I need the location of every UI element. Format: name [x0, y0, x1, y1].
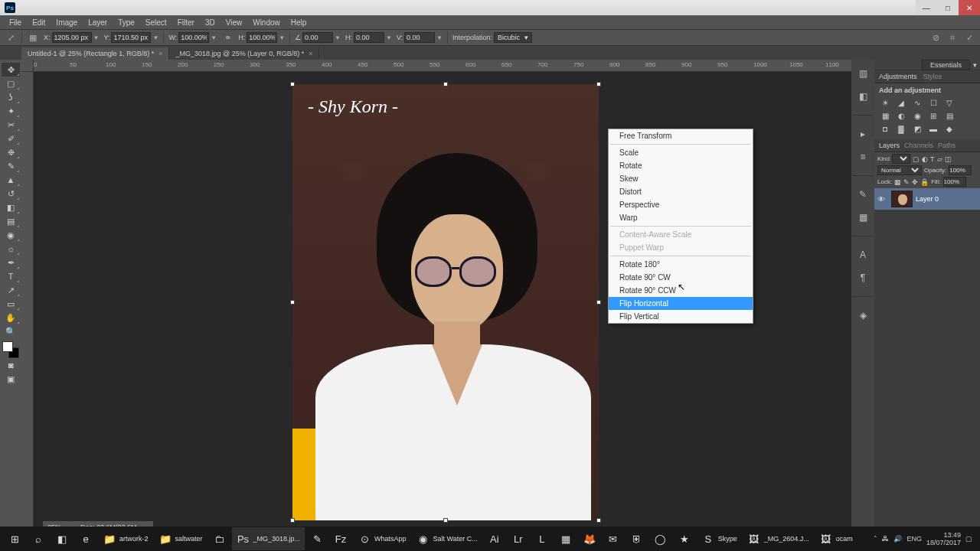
marquee-tool[interactable]: ▢ [2, 77, 20, 90]
taskbar-item[interactable]: ◉Salt Water C... [412, 527, 482, 550]
layer-row[interactable]: 👁 Layer 0 [874, 188, 980, 210]
fill-input[interactable] [943, 177, 966, 187]
w-input[interactable] [178, 32, 209, 43]
tray-clock[interactable]: 13:49 18/07/2017 [926, 531, 961, 546]
history-panel-icon[interactable]: ▥ [855, 66, 871, 81]
curves-icon[interactable]: ∿ [911, 97, 923, 108]
brush-tool[interactable]: ✎ [2, 159, 20, 173]
gradient-tool[interactable]: ▤ [2, 214, 20, 228]
tray-lang[interactable]: ENG [906, 535, 922, 543]
actions-panel-icon[interactable]: ▸ [855, 126, 871, 142]
layer-name[interactable]: Layer 0 [916, 195, 939, 203]
gradient-map-icon[interactable]: ▬ [927, 123, 939, 134]
taskbar-item[interactable]: ⛨ [626, 527, 648, 550]
skew-v-input[interactable] [404, 32, 435, 43]
commit-transform-icon[interactable]: ✓ [963, 31, 975, 44]
ctx-scale[interactable]: Scale [609, 146, 753, 159]
h-input[interactable] [247, 32, 277, 43]
taskbar-item[interactable]: Lr [507, 527, 530, 550]
taskbar-item[interactable]: ✉ [602, 527, 625, 550]
3d-panel-icon[interactable]: ◈ [855, 308, 871, 323]
transform-handle[interactable] [290, 300, 295, 305]
threshold-icon[interactable]: ◩ [911, 123, 923, 134]
color-swatches[interactable] [2, 341, 19, 358]
taskbar-item[interactable]: ⌕ [27, 527, 50, 550]
transform-handle[interactable] [596, 82, 601, 86]
transform-handle[interactable] [290, 82, 295, 86]
layer-list[interactable]: 👁 Layer 0 [874, 188, 980, 536]
filter-pixel-icon[interactable]: ▢ [913, 155, 920, 163]
posterize-icon[interactable]: ▓ [895, 123, 907, 134]
taskbar-item[interactable]: 🖼ocam [815, 527, 858, 550]
paths-tab[interactable]: Paths [938, 142, 956, 149]
tray-network-icon[interactable]: 🖧 [882, 535, 889, 543]
taskbar-item[interactable]: ★ [673, 527, 696, 550]
warp-mode-icon[interactable]: ⌗ [946, 31, 959, 44]
transform-handle[interactable] [443, 518, 448, 523]
blend-mode-select[interactable]: Normal [877, 165, 922, 175]
transform-handle[interactable] [596, 518, 601, 523]
swatches-panel-icon[interactable]: ▦ [855, 210, 871, 225]
hue-icon[interactable]: ▦ [879, 110, 891, 121]
opacity-input[interactable] [949, 165, 972, 175]
y-input[interactable] [111, 32, 151, 43]
color-panel-icon[interactable]: ◧ [855, 89, 871, 104]
blur-tool[interactable]: ◉ [2, 228, 20, 242]
workspace-menu-icon[interactable]: ▾ [973, 61, 977, 69]
system-tray[interactable]: ˄ 🖧 🔊 ENG 13:49 18/07/2017 ▢ [869, 531, 977, 546]
properties-panel-icon[interactable]: ≡ [855, 149, 871, 165]
taskbar-item[interactable]: 🗀 [208, 527, 231, 550]
cancel-transform-icon[interactable]: ⊘ [929, 31, 942, 44]
transform-handle[interactable] [290, 518, 295, 523]
window-minimize-button[interactable]: — [916, 0, 937, 15]
ctx-flip-horizontal[interactable]: Flip Horizontal [609, 297, 753, 310]
photo-filter-icon[interactable]: ◉ [911, 110, 923, 121]
taskbar-item[interactable]: L [531, 527, 554, 550]
menu-select[interactable]: Select [141, 17, 172, 28]
workspace-dropdown[interactable]: Essentials [922, 60, 970, 70]
taskbar-item[interactable]: Ai [483, 527, 506, 550]
filter-adj-icon[interactable]: ◐ [922, 155, 928, 163]
ctx-free-transform[interactable]: Free Transform [609, 129, 753, 142]
ctx-rotate-180[interactable]: Rotate 180° [609, 258, 753, 271]
menu-layer[interactable]: Layer [83, 17, 112, 28]
taskbar-item[interactable]: SSkype [697, 527, 742, 550]
type-tool[interactable]: T [2, 269, 20, 283]
close-tab-icon[interactable]: × [309, 50, 312, 57]
layers-tab[interactable]: Layers [879, 142, 900, 149]
tray-up-icon[interactable]: ˄ [874, 535, 877, 543]
menu-file[interactable]: File [5, 17, 26, 28]
taskbar-item[interactable]: ⊞ [3, 527, 26, 550]
close-tab-icon[interactable]: × [158, 50, 162, 57]
pen-tool[interactable]: ✒ [2, 256, 20, 269]
taskbar-item[interactable]: 📁artwork-2 [98, 527, 153, 550]
angle-input[interactable] [302, 32, 333, 43]
eraser-tool[interactable]: ◧ [2, 201, 20, 214]
healing-tool[interactable]: ❉ [2, 145, 20, 159]
screenmode-tool[interactable]: ▣ [2, 372, 20, 386]
taskbar-item[interactable]: ◯ [649, 527, 672, 550]
taskbar-item[interactable]: 🖼_MG_2604.J... [743, 527, 814, 550]
dodge-tool[interactable]: ☼ [2, 242, 20, 256]
canvas-area[interactable]: 0501001502002503003504004505005506006507… [21, 60, 851, 549]
filter-type-icon[interactable]: T [930, 155, 935, 163]
taskbar-item[interactable]: Fz [329, 527, 352, 550]
menu-help[interactable]: Help [286, 17, 312, 28]
menu-type[interactable]: Type [113, 17, 139, 28]
transform-handle[interactable] [596, 300, 601, 305]
filter-smart-icon[interactable]: ◫ [945, 155, 952, 163]
ruler-horizontal[interactable]: 0501001502002503003504004505005506006507… [34, 60, 851, 72]
taskbar-item[interactable]: ▦ [554, 527, 577, 550]
path-tool[interactable]: ↗ [2, 283, 20, 297]
character-panel-icon[interactable]: A [855, 247, 871, 262]
exposure-icon[interactable]: ☐ [927, 97, 939, 108]
shape-tool[interactable]: ▭ [2, 297, 20, 311]
menu-filter[interactable]: Filter [173, 17, 199, 28]
taskbar-item[interactable]: ✎ [305, 527, 328, 550]
ctx-skew[interactable]: Skew [609, 172, 753, 185]
window-close-button[interactable]: ✕ [959, 0, 980, 15]
reference-point-icon[interactable]: ▦ [27, 31, 39, 44]
ctx-rotate[interactable]: Rotate [609, 159, 753, 172]
skew-h-input[interactable] [354, 32, 384, 43]
crop-tool[interactable]: ✂ [2, 118, 20, 132]
